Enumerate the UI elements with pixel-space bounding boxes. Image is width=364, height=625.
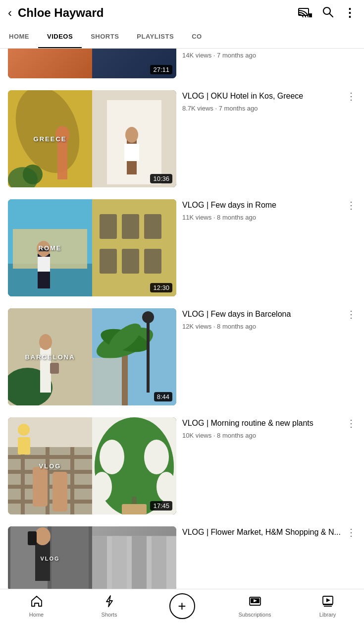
svg-rect-29: [144, 214, 161, 239]
video-title: VLOG | Morning routine & new plants: [182, 418, 342, 429]
video-item: VLOG 17:45 VLOG | Morning routine & new …: [0, 411, 364, 520]
home-icon: [30, 595, 43, 610]
subscriptions-icon: [249, 595, 261, 610]
tab-shorts[interactable]: SHORTS: [82, 26, 128, 48]
svg-point-65: [100, 440, 124, 474]
video-more-button[interactable]: ⋮: [342, 200, 356, 210]
svg-point-37: [39, 334, 52, 350]
duration-badge: 27:11: [150, 65, 172, 74]
svg-rect-58: [33, 467, 48, 507]
svg-rect-2: [308, 13, 312, 14]
duration-badge: 17:45: [150, 501, 172, 511]
thumbnail-label: GREECE: [34, 135, 67, 143]
cast-icon[interactable]: [298, 6, 312, 19]
svg-rect-38: [50, 363, 59, 374]
video-title: VLOG | Flower Market, H&M Shopping & N..…: [182, 527, 342, 538]
tab-community[interactable]: CO: [183, 26, 211, 48]
video-thumbnail[interactable]: VLOG 17:45: [8, 417, 176, 514]
video-title: VLOG | Few days in Rome: [182, 200, 342, 211]
svg-rect-47: [92, 358, 122, 405]
video-thumbnail[interactable]: ROME 12:30: [8, 199, 176, 296]
thumbnail-label: VLOG: [40, 556, 59, 562]
svg-point-46: [142, 311, 154, 323]
nav-item-home[interactable]: Home: [0, 595, 73, 618]
svg-rect-9: [57, 140, 67, 179]
video-title: VLOG | OKU Hotel in Kos, Greece: [182, 91, 342, 102]
video-info: VLOG | Flower Market, H&M Shopping & N..…: [182, 526, 356, 538]
nav-item-library[interactable]: Library: [291, 595, 364, 618]
svg-rect-28: [122, 214, 139, 239]
video-item: 27:11 14K views · 7 months ago: [0, 49, 364, 84]
svg-rect-32: [144, 249, 161, 274]
svg-point-68: [156, 472, 176, 502]
svg-rect-80: [132, 536, 147, 591]
svg-point-16: [125, 127, 138, 143]
svg-rect-26: [92, 199, 176, 296]
search-icon[interactable]: [322, 6, 334, 20]
tab-playlists[interactable]: PLAYLISTS: [128, 26, 183, 48]
svg-line-5: [330, 14, 333, 17]
video-meta: 12K views · 8 months ago: [182, 323, 356, 330]
nav-item-shorts[interactable]: Shorts: [73, 595, 146, 618]
tab-videos[interactable]: VIDEOS: [38, 26, 82, 48]
add-button[interactable]: +: [169, 593, 195, 619]
nav-item-add[interactable]: +: [146, 593, 218, 619]
video-meta: 10K views · 8 months ago: [182, 432, 356, 439]
video-info: VLOG | Few days in Barcelona ⋮ 12K views…: [182, 308, 356, 330]
svg-rect-81: [152, 536, 166, 591]
video-thumbnail[interactable]: BARCELONA 8:44: [8, 308, 176, 405]
more-icon[interactable]: ⋮: [344, 7, 356, 19]
svg-point-67: [92, 472, 112, 502]
duration-badge: 10:36: [150, 174, 172, 183]
tab-home[interactable]: HOME: [0, 26, 38, 48]
video-info: VLOG | OKU Hotel in Kos, Greece ⋮ 8.7K v…: [182, 90, 356, 112]
svg-rect-17: [124, 144, 139, 161]
video-more-button[interactable]: ⋮: [342, 527, 356, 537]
svg-point-12: [23, 165, 43, 184]
svg-rect-45: [147, 318, 150, 393]
channel-title: Chloe Hayward: [18, 6, 298, 20]
svg-rect-30: [100, 249, 117, 274]
svg-point-66: [144, 440, 169, 474]
video-more-button[interactable]: ⋮: [342, 91, 356, 101]
video-item: GREECE 10:36 VLOG | OKU Hotel in Kos, Gr…: [0, 84, 364, 193]
svg-rect-24: [38, 257, 50, 272]
svg-rect-76: [28, 531, 37, 545]
video-thumbnail[interactable]: VLOG: [8, 526, 176, 591]
svg-marker-88: [326, 598, 330, 602]
video-list: 27:11 14K views · 7 months ago: [0, 49, 364, 625]
nav-label-shorts: Shorts: [102, 612, 117, 618]
shorts-icon: [103, 595, 116, 610]
video-meta: 14K views · 7 months ago: [182, 50, 356, 59]
nav-tabs: HOME VIDEOS SHORTS PLAYLISTS CO: [0, 26, 364, 49]
thumbnail-label: VLOG: [39, 462, 61, 470]
video-info: VLOG | Few days in Rome ⋮ 11K views · 8 …: [182, 199, 356, 221]
svg-rect-79: [112, 536, 127, 591]
svg-rect-78: [92, 536, 107, 591]
svg-rect-31: [122, 249, 139, 274]
svg-rect-27: [100, 214, 117, 239]
bottom-nav: Home Shorts + Subscriptions: [0, 589, 364, 625]
back-button[interactable]: ‹: [8, 6, 12, 20]
header: ‹ Chloe Hayward ⋮: [0, 0, 364, 26]
duration-badge: 8:44: [154, 392, 172, 401]
svg-rect-1: [309, 14, 312, 17]
video-meta: 8.7K views · 7 months ago: [182, 105, 356, 112]
thumbnail-label: ROME: [39, 244, 62, 252]
video-thumbnail[interactable]: 27:11: [8, 49, 176, 78]
svg-rect-60: [18, 437, 30, 455]
video-thumbnail[interactable]: GREECE 10:36: [8, 90, 176, 187]
video-meta: 11K views · 8 months ago: [182, 214, 356, 221]
video-more-button[interactable]: ⋮: [342, 418, 356, 428]
library-icon: [321, 595, 334, 610]
nav-label-home: Home: [29, 612, 44, 618]
header-actions: ⋮: [298, 6, 356, 20]
video-item: ROME 12:30 VLOG | Few days in Rome ⋮ 11K…: [0, 193, 364, 302]
nav-label-library: Library: [319, 612, 336, 618]
video-more-button[interactable]: ⋮: [342, 309, 356, 319]
video-info: 14K views · 7 months ago: [182, 49, 356, 59]
svg-rect-59: [52, 472, 67, 511]
nav-item-subscriptions[interactable]: Subscriptions: [218, 595, 291, 618]
svg-rect-70: [122, 504, 147, 514]
video-item: VLOG VLOG | Flower Market, H&M Shopping …: [0, 520, 364, 597]
